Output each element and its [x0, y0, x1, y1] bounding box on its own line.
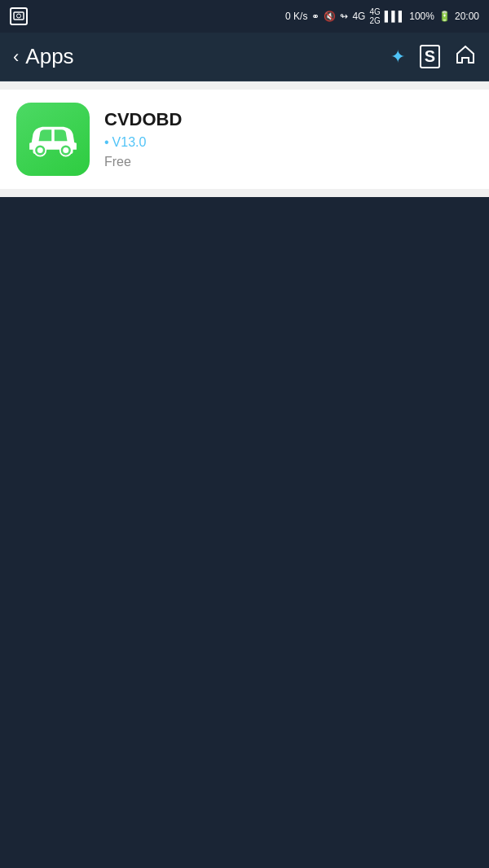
- app-info: CVDOBD V13.0 Free: [104, 109, 182, 169]
- home-icon[interactable]: [455, 44, 476, 70]
- main-content-area: [0, 197, 489, 868]
- status-right: 0 K/s ⚭ 🔇 ↬ 4G 4G2G ▌▌▌ 100% 🔋 20:00: [285, 7, 479, 25]
- nav-bar: ‹ Apps ✦ S: [0, 33, 489, 81]
- app-price: Free: [104, 155, 182, 169]
- svg-point-1: [17, 14, 21, 18]
- app-version: V13.0: [104, 135, 182, 150]
- app-icon: [16, 103, 90, 176]
- back-button[interactable]: ‹: [13, 46, 19, 68]
- battery-icon: 🔋: [438, 11, 451, 22]
- nav-left: ‹ Apps: [13, 44, 74, 69]
- speed-indicator: 0 K/s: [285, 11, 307, 22]
- battery-percent: 100%: [409, 11, 434, 22]
- signal-icon: ▌▌▌: [385, 11, 406, 22]
- app-list-item[interactable]: CVDOBD V13.0 Free: [0, 90, 489, 189]
- bluetooth-status-icon: ⚭: [311, 11, 319, 22]
- page-title: Apps: [25, 44, 73, 69]
- app-list-area: CVDOBD V13.0 Free: [0, 81, 489, 197]
- network-4g-icon: 4G: [352, 11, 365, 22]
- car-icon: [24, 119, 82, 160]
- mute-icon: 🔇: [324, 11, 336, 22]
- svg-point-5: [63, 147, 68, 153]
- network-4g2g-icon: 4G2G: [369, 7, 380, 25]
- svg-rect-0: [14, 12, 24, 20]
- status-left: [10, 7, 28, 25]
- nav-right: ✦ S: [390, 44, 476, 70]
- status-bar: 0 K/s ⚭ 🔇 ↬ 4G 4G2G ▌▌▌ 100% 🔋 20:00: [0, 0, 489, 33]
- bluetooth-icon[interactable]: ✦: [390, 46, 405, 68]
- screenshot-icon: [10, 7, 28, 25]
- svg-point-3: [37, 147, 43, 153]
- samsung-pay-icon[interactable]: S: [420, 45, 440, 68]
- app-name: CVDOBD: [104, 109, 182, 130]
- wifi-icon: ↬: [340, 11, 348, 22]
- clock: 20:00: [455, 11, 479, 22]
